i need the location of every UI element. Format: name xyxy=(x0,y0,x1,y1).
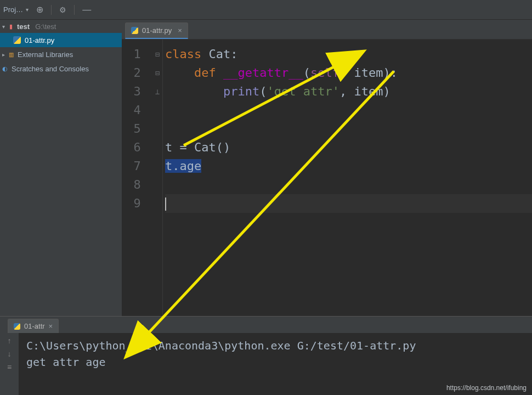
scroll-down-icon[interactable]: ↓ xyxy=(8,349,12,358)
folder-icon: ▮ xyxy=(9,23,13,30)
project-sidebar: ▾ ▮ test G:\test 01-attr.py ▸ ▥ External… xyxy=(0,20,122,316)
close-icon[interactable]: × xyxy=(178,26,182,35)
tree-scratches[interactable]: ◐ Scratches and Consoles xyxy=(0,61,122,76)
project-dropdown[interactable]: Proj… xyxy=(3,5,29,14)
soft-wrap-icon[interactable]: ≡ xyxy=(7,363,12,371)
run-tab-01attr[interactable]: 01-attr × xyxy=(8,319,59,333)
code-content[interactable]: class Cat: def __getattr__(self, item): … xyxy=(162,40,532,316)
project-name: test xyxy=(17,22,30,31)
python-file-icon xyxy=(13,36,21,44)
project-root[interactable]: ▾ ▮ test G:\test xyxy=(0,20,122,33)
gear-icon[interactable]: ⚙ xyxy=(59,5,66,14)
tree-file-label: 01-attr.py xyxy=(25,36,54,44)
caret xyxy=(165,198,166,211)
run-panel: 01-attr × ↑ ↓ ≡ C:\Users\python_hui\Anac… xyxy=(0,316,532,395)
line-number-gutter: 1 2 3 4 5 6 7 8 9 xyxy=(122,40,152,316)
python-file-icon xyxy=(131,27,138,34)
fold-icon[interactable]: ⊟ xyxy=(152,64,162,82)
chevron-right-icon: ▸ xyxy=(2,52,5,58)
collapse-icon[interactable]: — xyxy=(82,5,91,15)
run-toolbar: ↑ ↓ ≡ xyxy=(0,333,19,395)
toolbar-divider xyxy=(74,5,75,15)
external-libraries-label: External Libraries xyxy=(18,50,73,59)
tree-external-libraries[interactable]: ▸ ▥ External Libraries xyxy=(0,47,122,61)
console-output[interactable]: C:\Users\python_hui\Anaconda3\python.exe… xyxy=(19,333,532,375)
watermark: https://blog.csdn.net/ifubing xyxy=(446,384,527,392)
scratches-label: Scratches and Consoles xyxy=(12,65,89,73)
scroll-up-icon[interactable]: ↑ xyxy=(8,336,12,345)
fold-gutter[interactable]: ⊟ ⊟ ⊥ xyxy=(152,40,162,316)
toolbar-divider xyxy=(51,5,52,15)
console-line: C:\Users\python_hui\Anaconda3\python.exe… xyxy=(26,337,524,354)
tree-file-01attr[interactable]: 01-attr.py xyxy=(0,33,122,47)
close-icon[interactable]: × xyxy=(49,322,53,330)
run-tab-label: 01-attr xyxy=(24,322,45,330)
code-editor[interactable]: 1 2 3 4 5 6 7 8 9 ⊟ ⊟ ⊥ class Cat: def _… xyxy=(122,40,532,316)
editor-tab-label: 01-attr.py xyxy=(142,26,172,35)
scratch-icon: ◐ xyxy=(2,65,8,72)
fold-end-icon: ⊥ xyxy=(152,82,162,101)
python-file-icon xyxy=(14,323,20,330)
library-icon: ▥ xyxy=(9,52,14,58)
chevron-down-icon: ▾ xyxy=(2,24,5,30)
editor-tab-01attr[interactable]: 01-attr.py × xyxy=(125,22,188,39)
project-path: G:\test xyxy=(35,22,56,31)
select-target-icon[interactable]: ⊕ xyxy=(36,4,43,15)
fold-icon[interactable]: ⊟ xyxy=(152,45,162,64)
console-line: get attr age xyxy=(26,354,524,370)
